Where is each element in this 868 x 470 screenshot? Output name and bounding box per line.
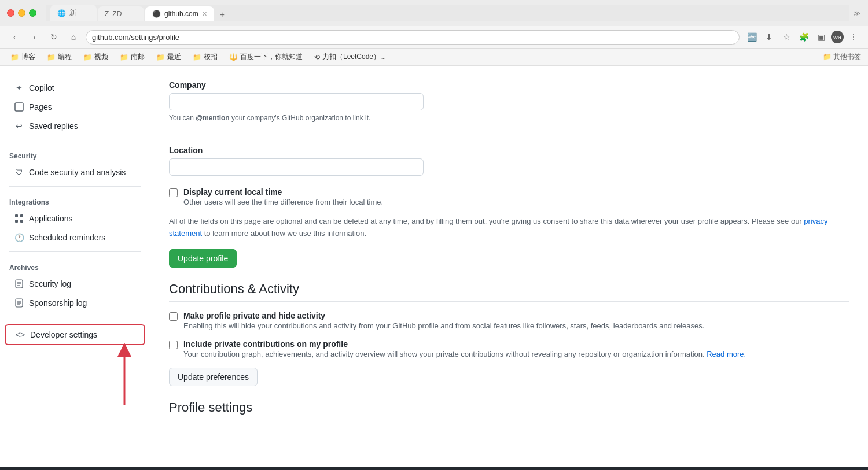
leetcode-icon: ⟲ [314,53,320,61]
include-private-text: Include private contributions on my prof… [183,339,746,358]
spacer [0,313,150,322]
tab-more-icon[interactable]: ≫ [854,9,861,17]
minimize-window-button[interactable] [18,9,25,17]
close-window-button[interactable] [7,9,14,17]
bookmark-recent-label: 最近 [167,52,181,62]
svg-rect-1 [15,214,18,217]
location-field-group: Location [169,146,849,176]
bookmark-folder-icon-3: 📁 [83,53,92,61]
sidebar-item-applications-label: Applications [29,214,73,223]
make-private-text: Make profile private and hide activity E… [183,311,704,330]
bookmark-icon[interactable]: ☆ [779,29,794,45]
sidebar-item-security-log-label: Security log [29,279,71,288]
new-tab-button[interactable]: + [215,8,229,21]
maximize-window-button[interactable] [29,9,36,17]
bookmark-leetcode[interactable]: ⟲ 力扣（LeetCode）... [311,51,389,63]
tab-zd[interactable]: Z ZD [98,6,144,21]
display-time-checkbox[interactable] [169,188,178,197]
download-icon[interactable]: ⬇ [762,29,777,45]
sidebar-item-sponsorship-log[interactable]: Sponsorship log [5,294,145,312]
svg-rect-2 [20,214,23,217]
extension-icon[interactable]: 🧩 [796,29,811,45]
update-profile-button[interactable]: Update profile [169,249,237,268]
reload-button[interactable]: ↻ [46,29,61,45]
shield-icon: 🛡 [14,167,24,177]
translate-icon[interactable]: 🔤 [744,29,759,45]
display-time-text: Display current local time Other users w… [183,187,383,206]
bookmark-leetcode-label: 力扣（LeetCode）... [322,52,386,62]
bottom-bar: CSDN @几叶知期 [0,467,868,470]
company-input[interactable] [169,93,424,110]
privacy-statement-link[interactable]: privacy statement [169,217,828,238]
section-security-label: Security [0,145,150,162]
bookmark-blogs-label: 博客 [21,52,35,62]
toolbar-actions: 🔤 ⬇ ☆ 🧩 ▣ wa ⋮ [744,29,861,45]
sidebar-item-saved-replies[interactable]: ↩ Saved replies [5,117,145,135]
applications-icon [14,213,24,224]
baidu-icon: 🔱 [229,53,238,61]
sidebar-item-code-security[interactable]: 🛡 Code security and analysis [5,163,145,182]
profile-settings-heading: Profile settings [169,400,849,420]
bookmark-baidu[interactable]: 🔱 百度一下，你就知道 [226,51,306,63]
company-hint: You can @mention your company's GitHub o… [169,114,849,122]
separator-1 [9,140,141,140]
bookmark-other[interactable]: 📁 其他书签 [823,52,861,62]
sidebar-item-security-log[interactable]: Security log [5,275,145,293]
bookmark-folder-icon-6: 📁 [193,53,201,61]
bookmark-recent[interactable]: 📁 最近 [153,51,185,63]
page-container: ✦ Copilot Pages ↩ Saved replies Security… [0,66,868,467]
sidebar-item-copilot[interactable]: ✦ Copilot [5,79,145,97]
profile-info-text: All of the fields on this page are optio… [169,216,849,240]
tab-close-icon[interactable]: ✕ [202,10,207,18]
bookmark-campus[interactable]: 📁 校招 [189,51,221,63]
update-preferences-button[interactable]: Update preferences [169,368,258,386]
separator-3 [9,251,141,252]
make-private-checkbox[interactable] [169,312,178,321]
sidebar-item-developer-settings[interactable]: <> Developer settings [5,324,145,345]
tab-github[interactable]: ⚫ github.com ✕ [145,6,214,21]
include-private-hint: Your contribution graph, achievements, a… [183,350,746,358]
sidebar-toggle-icon[interactable]: ▣ [814,29,829,45]
sidebar: ✦ Copilot Pages ↩ Saved replies Security… [0,66,150,467]
tab-zd-icon: Z [105,10,109,18]
sidebar-item-applications[interactable]: Applications [5,209,145,228]
display-time-label[interactable]: Display current local time [183,187,282,197]
sidebar-item-scheduled-reminders-label: Scheduled reminders [29,233,105,242]
svg-rect-4 [20,220,23,223]
include-private-checkbox[interactable] [169,341,178,349]
sidebar-item-pages-label: Pages [29,102,52,112]
bookmark-video[interactable]: 📁 视频 [80,51,112,63]
home-button[interactable]: ⌂ [66,29,81,45]
make-private-group: Make profile private and hide activity E… [169,311,849,330]
section-integrations-label: Integrations [0,191,150,209]
bookmarks-bar: 📁 博客 📁 编程 📁 视频 📁 南邮 📁 最近 📁 校招 [0,49,868,66]
saved-replies-icon: ↩ [14,121,24,131]
sidebar-item-sponsorship-log-label: Sponsorship log [29,298,87,308]
bookmark-programming[interactable]: 📁 编程 [43,51,75,63]
tab-new-label: 新 [69,8,76,18]
display-time-hint: Other users will see the time difference… [183,198,383,206]
sidebar-item-scheduled-reminders[interactable]: 🕐 Scheduled reminders [5,228,145,247]
traffic-lights[interactable] [7,9,36,17]
tab-new[interactable]: 🌐 新 [50,5,97,21]
sidebar-item-saved-replies-label: Saved replies [29,121,78,131]
back-button[interactable]: ‹ [7,29,22,45]
location-input[interactable] [169,158,424,176]
bookmark-blogs[interactable]: 📁 博客 [7,51,39,63]
main-content: Company You can @mention your company's … [150,66,868,467]
tab-github-label: github.com [164,10,198,18]
make-private-hint: Enabling this will hide your contributio… [183,321,704,330]
include-private-label[interactable]: Include private contributions on my prof… [183,339,348,349]
user-avatar[interactable]: wa [831,31,844,43]
address-bar[interactable] [86,30,740,45]
menu-icon[interactable]: ⋮ [846,29,861,45]
sidebar-item-pages[interactable]: Pages [5,98,145,116]
forward-button[interactable]: › [27,29,42,45]
tab-new-icon: 🌐 [57,9,66,17]
read-more-link[interactable]: Read more. [707,350,746,358]
bookmark-nanyu[interactable]: 📁 南邮 [116,51,148,63]
contributions-heading: Contributions & Activity [169,282,849,302]
clock-icon: 🕐 [14,232,24,243]
make-private-label[interactable]: Make profile private and hide activity [183,311,325,320]
separator-company [169,134,458,134]
